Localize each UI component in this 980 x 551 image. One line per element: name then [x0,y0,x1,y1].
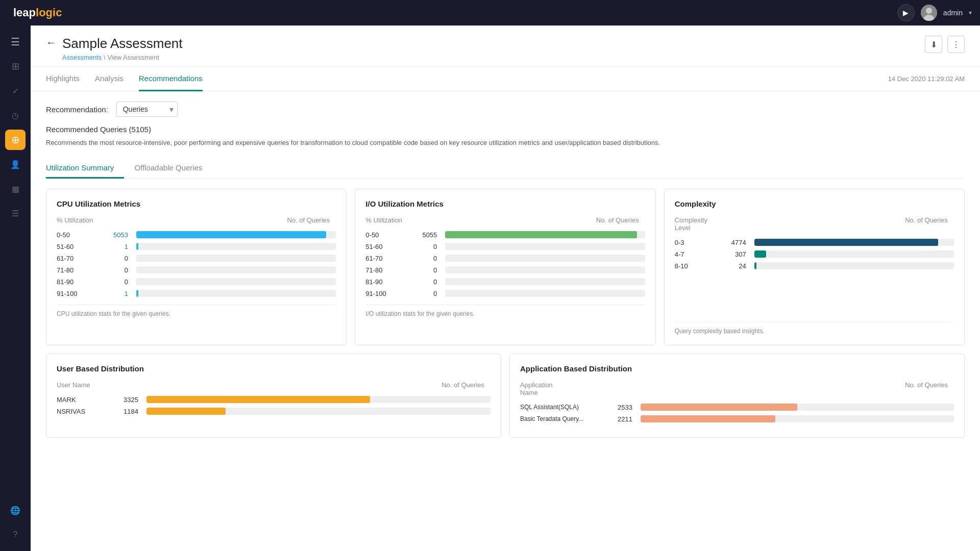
sub-tab-utilization[interactable]: Utilization Summary [46,158,124,179]
io-bar-3 [445,266,645,273]
io-card-footer: I/O utilization stats for the given quer… [365,305,645,317]
cpu-bar-2 [136,255,336,262]
io-bar-0 [445,231,645,238]
cpu-row-4: 81-90 0 [57,278,336,286]
page-header: ← Sample Assessment Assessments \ View A… [31,26,980,67]
complexity-col2-header: No. of Queries [716,216,948,232]
cpu-bar-1 [136,243,336,250]
sidebar-item-tasks[interactable]: ✓ [5,81,26,101]
io-bar-1 [445,243,645,250]
layout: ☰ ⊞ ✓ ◷ ⊕ 👤 ▦ ☰ 🌐 ? ← Sample Assessment … [0,26,980,551]
io-row-3: 71-80 0 [365,266,645,274]
cpu-row-5: 91-100 1 [57,290,336,297]
breadcrumb: Assessments \ View Assessment [62,54,183,61]
complexity-bar-1 [754,251,954,258]
io-row-0: 0-50 5055 [365,231,645,239]
page-title-block: Sample Assessment Assessments \ View Ass… [62,36,183,61]
cpu-row-0: 0-50 5053 [57,231,336,239]
recommendation-dropdown[interactable]: Queries Tables Views [116,102,178,117]
sidebar-item-users[interactable]: 👤 [5,154,26,174]
app-row-0: SQL Assistant(SQLA) 2533 [520,404,954,411]
cards-grid-top: CPU Utilization Metrics % Utilization No… [46,189,965,345]
recommendation-dropdown-wrapper: Queries Tables Views [116,102,178,117]
io-card-title: I/O Utilization Metrics [365,199,645,208]
cpu-bar-0 [136,231,336,238]
cpu-bar-5 [136,290,336,297]
cpu-row-3: 71-80 0 [57,266,336,274]
io-col2-header: No. of Queries [406,216,639,224]
sidebar-item-grid[interactable]: ▦ [5,179,26,199]
sidebar-item-dashboard[interactable]: ⊞ [5,56,26,77]
cpu-row-1: 51-60 1 [57,243,336,251]
recommended-count: Recommended Queries (5105) [46,125,965,134]
user-bar-1 [146,408,491,415]
sidebar-item-help[interactable]: ? [5,524,26,545]
main-content: ← Sample Assessment Assessments \ View A… [31,26,980,551]
tab-analysis[interactable]: Analysis [95,67,124,91]
user-row-0: MARK 3325 [57,396,491,404]
cpu-card-title: CPU Utilization Metrics [57,199,336,208]
cpu-metrics-header: % Utilization No. of Queries [57,216,336,226]
io-bar-2 [445,255,645,262]
complexity-card-title: Complexity [675,199,954,208]
sub-tab-offloadable[interactable]: Offloadable Queries [124,158,212,179]
more-options-button[interactable]: ⋮ [947,36,965,53]
complexity-bar-0 [754,239,954,246]
page-title: Sample Assessment [62,36,183,52]
sidebar: ☰ ⊞ ✓ ◷ ⊕ 👤 ▦ ☰ 🌐 ? [0,26,31,551]
app-col1-header: Application Name [520,381,561,396]
io-row-5: 91-100 0 [365,290,645,297]
app-bar-1 [641,415,954,422]
download-button[interactable]: ⬇ [925,36,942,53]
io-col1-header: % Utilization [365,216,406,224]
io-metrics-header: % Utilization No. of Queries [365,216,645,226]
svg-point-1 [926,8,932,14]
io-bar-4 [445,278,645,285]
cpu-bar-4 [136,278,336,285]
breadcrumb-current: View Assessment [107,54,159,61]
user-bar-0 [146,396,491,403]
sidebar-item-list[interactable]: ☰ [5,203,26,223]
io-utilization-card: I/O Utilization Metrics % Utilization No… [355,189,655,345]
avatar [921,5,937,21]
complexity-card-footer: Query complexity based insights. [675,322,954,335]
app-card-title: Application Based Distribution [520,364,954,373]
topbar-right: ▶ admin ▾ [897,4,972,21]
topbar: leaplogic ▶ admin ▾ [0,0,980,26]
app-bar-0 [641,404,954,411]
sidebar-item-add[interactable]: ⊕ [5,130,26,150]
breadcrumb-link[interactable]: Assessments [62,54,102,61]
user-col1-header: User Name [57,381,97,389]
sub-tabs: Utilization Summary Offloadable Queries [46,158,965,179]
page-header-right: ⬇ ⋮ [925,36,965,53]
admin-label: admin [943,9,963,17]
complexity-card: Complexity Complexity Level No. of Queri… [664,189,965,345]
admin-caret-icon[interactable]: ▾ [969,9,972,16]
app-metrics-header: Application Name No. of Queries [520,381,954,398]
tabs-row: Highlights Analysis Recommendations 14 D… [31,67,980,91]
tab-highlights[interactable]: Highlights [46,67,80,91]
user-col2-header: No. of Queries [97,381,484,389]
user-distribution-card: User Based Distribution User Name No. of… [46,354,501,438]
more-icon: ⋮ [952,40,960,49]
cpu-col1-header: % Utilization [57,216,97,224]
back-button[interactable]: ← [46,37,56,48]
content-area: Recommendation: Queries Tables Views Rec… [31,91,980,448]
app-row-1: Basic Teradata Query... 2211 [520,415,954,423]
user-card-title: User Based Distribution [57,364,491,373]
download-icon: ⬇ [930,40,937,49]
complexity-row-0: 0-3 4774 [675,239,954,246]
cpu-bar-3 [136,266,336,273]
sidebar-item-history[interactable]: ◷ [5,105,26,126]
cpu-row-2: 61-70 0 [57,255,336,262]
sidebar-item-globe[interactable]: 🌐 [5,500,26,520]
cards-grid-bottom: User Based Distribution User Name No. of… [46,354,965,438]
play-button[interactable]: ▶ [897,4,915,21]
sidebar-item-menu[interactable]: ☰ [5,32,26,52]
recommendation-label: Recommendation: [46,105,108,114]
tab-recommendations[interactable]: Recommendations [139,67,203,91]
app-distribution-card: Application Based Distribution Applicati… [509,354,965,438]
cpu-col2-header: No. of Queries [97,216,330,224]
io-row-1: 51-60 0 [365,243,645,251]
complexity-col1-header: Complexity Level [675,216,716,232]
